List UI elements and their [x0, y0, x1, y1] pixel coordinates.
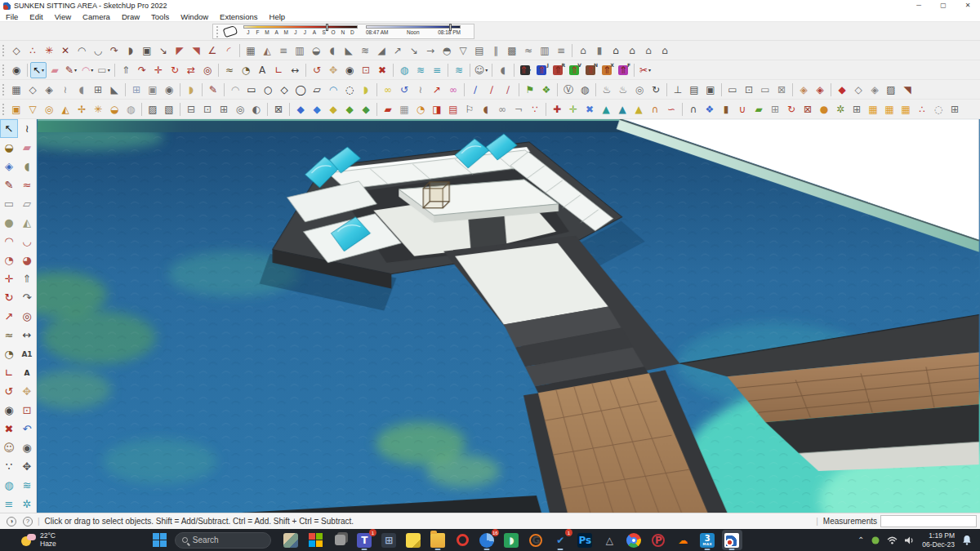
tape-measure-icon[interactable]: ≈: [0, 326, 18, 344]
scissors-icon[interactable]: ✂▾: [637, 62, 653, 78]
menu-draw[interactable]: Draw: [116, 12, 145, 21]
pie-icon[interactable]: ◕: [18, 251, 36, 269]
three-point-arc-icon[interactable]: ◔: [0, 251, 18, 269]
taskbar-search[interactable]: Search: [175, 532, 271, 549]
frame-image-icon[interactable]: ▣: [702, 82, 719, 98]
zoom-extents-icon[interactable]: ✖: [0, 420, 18, 438]
diamond-blue-icon[interactable]: ◆: [292, 101, 309, 118]
select-icon[interactable]: ↖: [0, 119, 18, 138]
grid-weave-icon[interactable]: ▩: [504, 42, 520, 59]
dice-one-icon[interactable]: ⊡: [199, 101, 216, 118]
section-orbit-icon[interactable]: ◍: [396, 62, 412, 78]
rectangle-icon[interactable]: ▭: [0, 194, 18, 213]
toolbar-drag-handle[interactable]: [2, 45, 5, 56]
component-edit-icon[interactable]: ◈: [41, 82, 57, 98]
curve-blue-icon[interactable]: ↺: [396, 82, 412, 98]
push-pull-icon[interactable]: ⇑: [18, 269, 36, 288]
zoom-window-icon[interactable]: ⊡: [358, 62, 374, 78]
ribbon-wave-icon[interactable]: ≈: [520, 42, 537, 59]
section-wave-icon[interactable]: ≋: [412, 62, 429, 78]
window-lock-icon[interactable]: ⊠: [773, 82, 790, 98]
month-slider-handle[interactable]: [326, 24, 328, 31]
window-photo-icon[interactable]: ⊡: [741, 82, 757, 98]
time-slider-handle[interactable]: [449, 24, 452, 31]
sand-shell-icon[interactable]: ◗: [183, 82, 199, 98]
toolbar-drag-handle[interactable]: [2, 104, 5, 115]
clamp-brown-icon[interactable]: ◖: [478, 101, 494, 118]
dice-two-icon[interactable]: ⊞: [216, 101, 232, 118]
shape-outline-icon[interactable]: ◇: [8, 42, 24, 59]
tray-clock[interactable]: 1:19 PM 06-Dec-23: [922, 531, 955, 548]
skew-arrow-right-icon[interactable]: →: [422, 42, 439, 59]
axes-icon[interactable]: ∟: [270, 62, 287, 78]
diamond-green-icon[interactable]: ◆: [341, 101, 358, 118]
lift-black-icon[interactable]: ⇑▾: [517, 62, 533, 78]
pencil-line-icon[interactable]: ✎▾: [63, 62, 79, 78]
taskbar-weather-widget[interactable]: 22°C Haze: [21, 532, 56, 549]
orbit-icon[interactable]: ↺: [0, 382, 18, 401]
freehand-icon[interactable]: ≈: [18, 176, 36, 194]
section-stack-icon[interactable]: ≡: [0, 495, 18, 513]
zoom-lens-icon[interactable]: ◉: [8, 62, 24, 78]
roof-tool-icon[interactable]: ⌂: [575, 42, 591, 59]
tape-measure-icon[interactable]: ≈: [221, 62, 238, 78]
walk-icon[interactable]: ∵: [0, 457, 18, 476]
horseshoe-orange-icon[interactable]: ∩: [647, 101, 663, 118]
follow-me-icon[interactable]: ↷: [134, 62, 150, 78]
follow-me-icon[interactable]: ↷: [18, 288, 36, 307]
slash-red-icon[interactable]: ∕: [483, 82, 500, 98]
window-grid-icon[interactable]: ⊞: [90, 82, 106, 98]
section-gear-icon[interactable]: ✲: [18, 495, 36, 513]
zoom-window-icon[interactable]: ⊡: [18, 401, 36, 420]
lift-red-icon[interactable]: ⇑R: [550, 62, 566, 78]
paste-place-icon[interactable]: ▧: [161, 101, 177, 118]
push-pull-icon[interactable]: ⇑: [118, 62, 134, 78]
taskbar-app-pinterest[interactable]: P: [648, 530, 669, 550]
lift-magenta-icon[interactable]: ⇑F: [615, 62, 631, 78]
taskbar-app-office-hub[interactable]: [305, 530, 326, 550]
toolbar-drag-handle[interactable]: [2, 84, 5, 96]
make-component-icon[interactable]: ◈: [0, 157, 18, 176]
taskbar-app-enscape-render[interactable]: [281, 530, 301, 550]
wheel-gray-icon[interactable]: ◎: [232, 101, 248, 118]
ribbon-stack-icon[interactable]: ≋: [357, 42, 373, 59]
hook-gray-icon[interactable]: ¬: [510, 101, 527, 118]
plus-red-icon[interactable]: ✚: [549, 101, 565, 118]
swirl-orange-icon[interactable]: ◔: [412, 101, 429, 118]
drop-teal-icon[interactable]: ▲: [598, 101, 614, 118]
scale-icon[interactable]: ⇄: [183, 62, 199, 78]
orbit-icon[interactable]: ↺: [309, 62, 325, 78]
taskbar-app-snip-layers[interactable]: [330, 530, 350, 550]
ellipse-pair-icon[interactable]: ∞: [380, 82, 396, 98]
flag-tri-icon[interactable]: ◥: [899, 82, 915, 98]
cam-shape-icon[interactable]: ▣: [139, 42, 155, 59]
blob-pair-icon[interactable]: ◡: [90, 42, 106, 59]
cross-axes-icon[interactable]: ✕: [57, 42, 74, 59]
x-blue-icon[interactable]: ✖: [581, 101, 598, 118]
lift-orange-icon[interactable]: ⇑X: [599, 62, 615, 78]
taskbar-app-sketchup[interactable]: [722, 530, 742, 550]
house-solid-icon[interactable]: ⌂: [608, 42, 624, 59]
look-around-icon[interactable]: ◉: [18, 438, 36, 457]
tray-chevron-icon[interactable]: ⌃: [858, 535, 864, 544]
truss-frame-icon[interactable]: ▦: [243, 42, 259, 59]
arc-swoosh-icon[interactable]: ◜: [220, 42, 237, 59]
rect-black-icon[interactable]: ▭: [243, 82, 260, 98]
skew-arrow-down-icon[interactable]: ↘: [406, 42, 422, 59]
component-add-icon[interactable]: ▦: [8, 82, 24, 98]
eraser-icon[interactable]: ▰: [18, 138, 36, 157]
cage-box-icon[interactable]: ⊞: [849, 101, 865, 118]
toolbar-drag-handle[interactable]: [216, 26, 219, 38]
pan-icon[interactable]: ✥: [18, 382, 36, 401]
arc-icon[interactable]: ◠: [0, 232, 18, 251]
plus-grid-green-icon[interactable]: ✛: [565, 101, 581, 118]
minimize-button[interactable]: ─: [906, 0, 931, 11]
para-black-icon[interactable]: ▱: [309, 82, 325, 98]
table-red-icon[interactable]: ▤: [445, 101, 461, 118]
move-icon[interactable]: ✛: [0, 269, 18, 288]
frame-text-icon[interactable]: ▤: [686, 82, 702, 98]
ellipse-black-icon[interactable]: ◯: [292, 82, 309, 98]
menu-tools[interactable]: Tools: [145, 12, 175, 21]
3d-text-icon[interactable]: A: [18, 363, 36, 382]
taskbar-app-file-explorer[interactable]: [428, 530, 448, 550]
